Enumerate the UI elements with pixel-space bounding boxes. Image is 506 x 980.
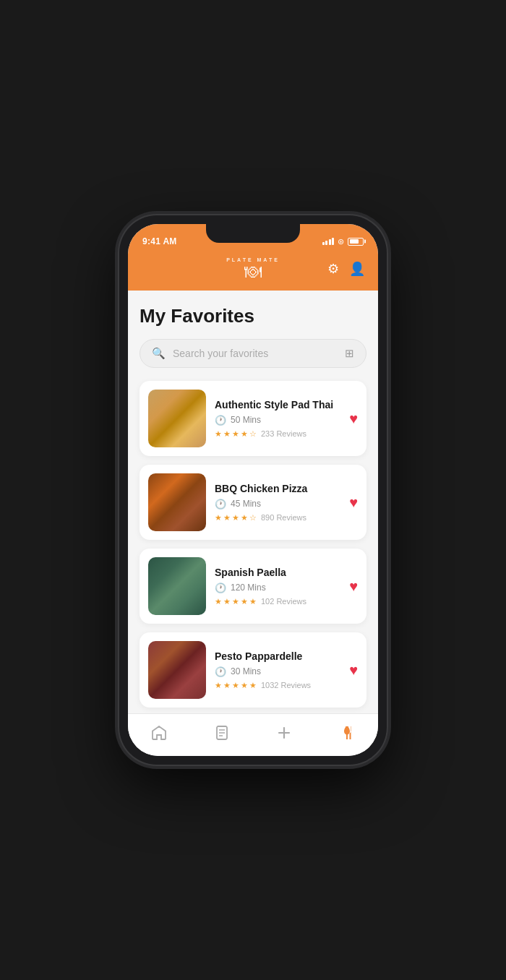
nav-restaurant[interactable] — [330, 721, 364, 744]
star-1-1: ★ — [215, 429, 222, 439]
favorite-button-3[interactable]: ♥ — [349, 578, 358, 595]
star-2-4: ★ — [241, 513, 248, 523]
recipe-name-2: BBQ Chicken Pizza — [215, 483, 340, 494]
star-3-4: ★ — [241, 597, 248, 606]
review-count-3: 102 Reviews — [261, 597, 306, 606]
recipe-time-1: 50 Mins — [231, 415, 261, 425]
recipe-time-4: 30 Mins — [231, 666, 261, 676]
clock-icon-4: 🕐 — [215, 666, 226, 677]
recipe-time-2: 45 Mins — [231, 499, 261, 509]
star-4-5: ★ — [249, 681, 257, 690]
star-1-2: ★ — [223, 429, 231, 439]
recipe-info-1: Authentic Style Pad Thai 🕐 50 Mins ★ ★ ★… — [215, 399, 340, 439]
clock-icon-1: 🕐 — [215, 415, 226, 426]
nav-home[interactable] — [142, 721, 176, 744]
recipe-image-3 — [148, 557, 206, 615]
star-4-1: ★ — [215, 681, 222, 690]
recipe-meta-2: 🕐 45 Mins — [215, 499, 340, 510]
recipe-list: Authentic Style Pad Thai 🕐 50 Mins ★ ★ ★… — [140, 381, 366, 713]
bottom-navigation — [128, 713, 378, 756]
add-icon — [275, 724, 293, 742]
star-4-2: ★ — [223, 681, 231, 690]
search-bar[interactable]: 🔍 Search your favorites ⊞ — [140, 339, 366, 368]
clock-icon-2: 🕐 — [215, 499, 226, 510]
app-header: PLATE MATE 🍽 ⚙ 👤 — [128, 254, 378, 291]
recipe-meta-3: 🕐 120 Mins — [215, 583, 340, 593]
recipe-info-2: BBQ Chicken Pizza 🕐 45 Mins ★ ★ ★ ★ ☆ 89… — [215, 483, 340, 523]
recipe-name-1: Authentic Style Pad Thai — [215, 399, 340, 411]
phone-screen: 9:41 AM ⊛ PLATE MATE 🍽 ⚙ — [128, 224, 378, 756]
star-1-3: ★ — [232, 429, 239, 439]
review-count-4: 1032 Reviews — [261, 681, 311, 689]
settings-button[interactable]: ⚙ — [327, 261, 339, 277]
main-content: My Favorites 🔍 Search your favorites ⊞ A… — [128, 291, 378, 713]
review-count-2: 890 Reviews — [261, 513, 306, 522]
review-count-1: 233 Reviews — [261, 429, 306, 438]
logo-icon: 🍽 — [244, 263, 262, 280]
restaurant-icon — [338, 724, 356, 742]
recipe-name-4: Pesto Pappardelle — [215, 650, 340, 662]
filter-icon[interactable]: ⊞ — [345, 347, 354, 360]
recipe-image-2 — [148, 473, 206, 531]
stars-row-2: ★ ★ ★ ★ ☆ 890 Reviews — [215, 513, 340, 523]
star-3-3: ★ — [232, 597, 239, 606]
phone-frame: 9:41 AM ⊛ PLATE MATE 🍽 ⚙ — [119, 215, 387, 765]
star-3-2: ★ — [223, 597, 231, 606]
search-icon: 🔍 — [152, 347, 166, 360]
profile-button[interactable]: 👤 — [349, 261, 365, 277]
battery-icon — [348, 238, 364, 246]
wifi-icon: ⊛ — [338, 237, 344, 246]
notch — [206, 224, 300, 243]
favorite-button-2[interactable]: ♥ — [349, 494, 358, 511]
signal-icon — [322, 238, 335, 245]
recipe-image-1 — [148, 390, 206, 447]
recipe-card-2[interactable]: BBQ Chicken Pizza 🕐 45 Mins ★ ★ ★ ★ ☆ 89… — [140, 465, 366, 540]
logo-text: PLATE MATE — [226, 257, 280, 262]
svg-rect-6 — [346, 726, 348, 731]
favorite-button-4[interactable]: ♥ — [349, 662, 358, 679]
stars-row-4: ★ ★ ★ ★ ★ 1032 Reviews — [215, 681, 340, 690]
star-1-4: ★ — [241, 429, 248, 439]
recipe-image-4 — [148, 641, 206, 699]
page-title: My Favorites — [140, 305, 366, 327]
star-4-4: ★ — [241, 681, 248, 690]
list-icon — [213, 724, 231, 742]
recipe-info-3: Spanish Paella 🕐 120 Mins ★ ★ ★ ★ ★ 102 … — [215, 567, 340, 606]
star-3-1: ★ — [215, 597, 222, 606]
recipe-name-3: Spanish Paella — [215, 567, 340, 578]
stars-row-1: ★ ★ ★ ★ ☆ 233 Reviews — [215, 429, 340, 439]
status-icons: ⊛ — [322, 237, 364, 246]
recipe-info-4: Pesto Pappardelle 🕐 30 Mins ★ ★ ★ ★ ★ 10… — [215, 650, 340, 690]
star-4-3: ★ — [232, 681, 239, 690]
clock-icon-3: 🕐 — [215, 583, 226, 593]
star-2-5: ☆ — [249, 513, 257, 523]
recipe-meta-4: 🕐 30 Mins — [215, 666, 340, 677]
nav-list[interactable] — [205, 721, 239, 744]
stars-row-3: ★ ★ ★ ★ ★ 102 Reviews — [215, 597, 340, 606]
recipe-card-4[interactable]: Pesto Pappardelle 🕐 30 Mins ★ ★ ★ ★ ★ 10… — [140, 632, 366, 708]
recipe-card-3[interactable]: Spanish Paella 🕐 120 Mins ★ ★ ★ ★ ★ 102 … — [140, 549, 366, 624]
star-2-3: ★ — [232, 513, 239, 523]
home-icon — [150, 724, 168, 742]
star-2-1: ★ — [215, 513, 222, 523]
recipe-time-3: 120 Mins — [231, 583, 266, 593]
search-input[interactable]: Search your favorites — [173, 348, 338, 359]
recipe-card-1[interactable]: Authentic Style Pad Thai 🕐 50 Mins ★ ★ ★… — [140, 381, 366, 456]
star-1-5: ☆ — [249, 429, 257, 439]
nav-add[interactable] — [267, 721, 301, 744]
star-3-5: ★ — [249, 597, 257, 606]
header-actions: ⚙ 👤 — [327, 261, 365, 277]
favorite-button-1[interactable]: ♥ — [349, 411, 358, 427]
recipe-meta-1: 🕐 50 Mins — [215, 415, 340, 426]
star-2-2: ★ — [223, 513, 231, 523]
status-time: 9:41 AM — [142, 236, 177, 246]
app-logo: PLATE MATE 🍽 — [226, 257, 280, 280]
